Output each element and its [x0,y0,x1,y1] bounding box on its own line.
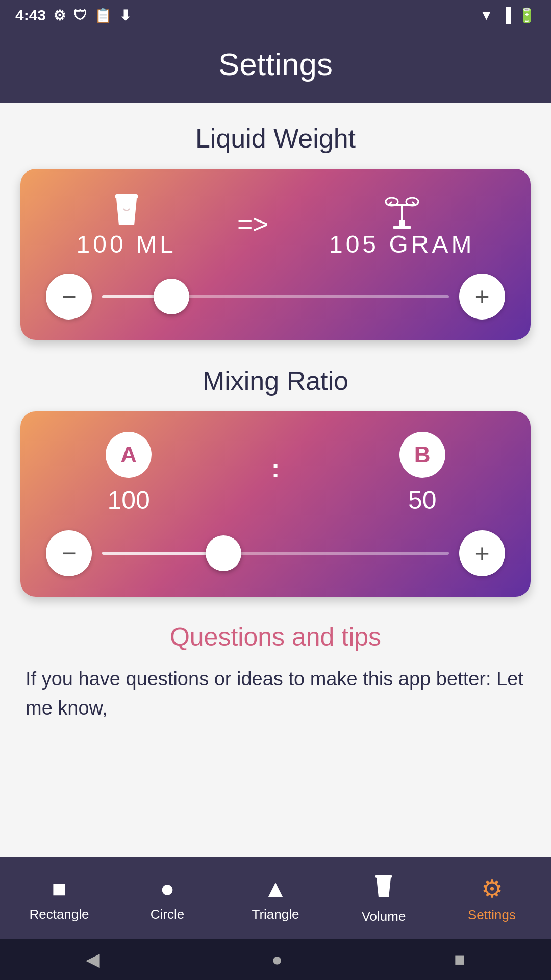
nav-item-rectangle[interactable]: ■ Rectangle [5,874,113,922]
status-right: ▼ ▐ 🔋 [479,7,536,24]
circle-nav-icon: ● [160,874,175,902]
main-content: Liquid Weight 100 ML => [0,103,551,857]
cup-icon [106,189,147,230]
mixing-slider-row: − + [46,530,505,576]
mixing-plus-button[interactable]: + [459,530,505,576]
mixing-a-value: 100 [108,485,150,515]
circle-nav-label: Circle [151,906,184,922]
mixing-colon: : [271,454,280,483]
scale-icon [382,189,422,230]
signal-icon: ▐ [500,7,511,23]
status-left: 4:43 ⚙ 🛡 📋 ⬇ [15,7,131,24]
liquid-minus-button[interactable]: − [46,274,92,320]
bottom-navigation: ■ Rectangle ● Circle ▲ Triangle Volume ⚙… [0,857,551,939]
mixing-ratio-card: A 100 : B 50 − + [20,411,531,597]
liquid-plus-button[interactable]: + [459,274,505,320]
svg-point-11 [381,886,386,889]
liquid-display-row: 100 ML => 105 GRAM [46,189,505,258]
mixing-b-badge: B [399,432,445,478]
nav-item-circle[interactable]: ● Circle [113,874,221,922]
svg-rect-3 [393,226,411,229]
back-button[interactable]: ◀ [86,949,100,970]
mixing-slider-track [102,552,449,555]
svg-rect-2 [399,220,405,227]
mixing-b-value: 50 [408,485,437,515]
mixing-slider-container[interactable] [102,530,449,576]
mixing-slider-thumb[interactable] [206,535,241,571]
volume-nav-label: Volume [362,909,406,924]
mixing-b-unit: B 50 [399,432,445,515]
status-time: 4:43 [15,7,46,24]
volume-nav-icon [371,873,396,904]
page-title: Settings [0,46,551,82]
liquid-weight-card: 100 ML => 105 GRAM [20,169,531,340]
app-header: Settings [0,31,551,103]
nav-item-triangle[interactable]: ▲ Triangle [221,874,330,922]
mixing-display-row: A 100 : B 50 [46,432,505,515]
liquid-slider-container[interactable] [102,274,449,320]
mixing-a-unit: A 100 [106,432,152,515]
ml-value-display: 100 ML [77,230,177,258]
gear-icon: ⚙ [53,7,66,24]
mixing-minus-button[interactable]: − [46,530,92,576]
gram-value-display: 105 GRAM [329,230,474,258]
svg-rect-4 [401,205,403,221]
liquid-slider-track [102,295,449,298]
mixing-a-badge: A [106,432,152,478]
recent-button[interactable]: ■ [454,949,465,970]
triangle-nav-icon: ▲ [263,874,288,902]
nav-item-volume[interactable]: Volume [330,873,438,924]
gram-unit: 105 GRAM [329,189,474,258]
rectangle-nav-label: Rectangle [29,906,89,922]
svg-rect-10 [375,875,392,878]
liquid-slider-row: − + [46,274,505,320]
wifi-icon: ▼ [479,7,493,23]
download-icon: ⬇ [119,7,131,24]
liquid-weight-title: Liquid Weight [20,123,531,154]
settings-nav-label: Settings [468,907,516,923]
status-bar: 4:43 ⚙ 🛡 📋 ⬇ ▼ ▐ 🔋 [0,0,551,31]
arrow-icon: => [237,209,268,239]
ml-unit: 100 ML [77,189,177,258]
svg-rect-0 [115,194,138,199]
questions-text: If you have questions or ideas to make t… [20,665,531,723]
clipboard-icon: 📋 [94,7,112,24]
shield-icon: 🛡 [73,7,87,24]
mixing-ratio-title: Mixing Ratio [20,365,531,396]
triangle-nav-label: Triangle [252,906,299,922]
settings-nav-icon: ⚙ [481,874,503,903]
liquid-slider-thumb[interactable] [154,279,189,314]
rectangle-nav-icon: ■ [52,874,67,902]
battery-icon: 🔋 [518,7,536,24]
android-nav-bar: ◀ ● ■ [0,939,551,980]
nav-item-settings[interactable]: ⚙ Settings [438,874,546,923]
questions-title: Questions and tips [20,622,531,652]
home-button[interactable]: ● [271,949,283,970]
